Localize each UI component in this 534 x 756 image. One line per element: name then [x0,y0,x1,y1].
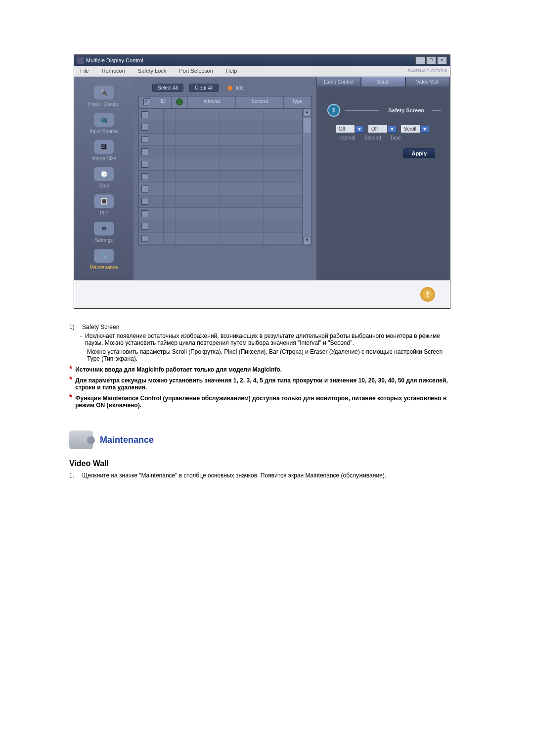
image-size-icon[interactable]: 🖼 [94,140,114,154]
note-3: Функция Maintenance Control (управление … [75,395,455,409]
type-sublabel: Type [390,135,401,141]
maximize-button[interactable]: □ [426,56,436,64]
idle-indicator: Idle [227,85,243,91]
star-icon: * [69,395,72,409]
table-row[interactable] [139,183,303,195]
maintenance-icon[interactable]: 🔧 [94,249,114,263]
brand-label: SAMSUNG DIGITall [407,68,447,73]
dash: - [80,332,82,346]
sidebar-item-pip[interactable]: PIP [100,210,108,216]
safety-screen-label: Safety Screen [388,107,424,113]
col-status[interactable] [172,96,188,108]
titlebar: Multiple Display Control _ □ × [74,55,450,66]
table-row[interactable] [139,146,303,158]
menu-safety-lock[interactable]: Safety Lock [135,67,169,75]
interval-sublabel: Interval [339,135,356,141]
app-window: Multiple Display Control _ □ × File Remo… [74,54,450,309]
chevron-down-icon[interactable]: ▼ [388,126,397,133]
col-check[interactable] [139,96,155,108]
star-icon: * [69,366,72,373]
row-checkbox[interactable] [141,235,148,242]
sidebar-item-settings[interactable]: Settings [95,237,113,243]
col-interval[interactable]: Interval [188,96,236,108]
tab-scroll[interactable]: Scroll [361,77,405,87]
app-icon [77,57,84,64]
menu-file[interactable]: File [77,67,92,75]
section-title-maintenance: Maintenance [100,435,154,445]
list-number: 1. [69,472,78,479]
close-button[interactable]: × [437,56,447,64]
apply-button[interactable]: Apply [403,148,435,158]
table-row[interactable] [139,109,303,121]
idle-dot-icon [227,86,232,91]
note-1: Источник ввода для MagicInfo работает то… [75,366,282,373]
row-checkbox[interactable] [141,223,148,230]
sidebar-item-power[interactable]: Power Control [88,101,119,107]
row-checkbox[interactable] [141,161,148,168]
table-row[interactable] [139,134,303,146]
scroll-down-button[interactable]: ▼ [303,237,311,245]
star-icon: * [69,377,72,391]
row-checkbox[interactable] [141,186,148,192]
time-icon[interactable]: 🕒 [94,167,114,181]
row-checkbox[interactable] [141,111,148,118]
power-control-icon[interactable]: 🔌 [94,86,114,99]
minimize-button[interactable]: _ [415,56,425,64]
row-checkbox[interactable] [141,136,148,143]
second-select[interactable]: Off ▼ [368,125,397,133]
list-text-1: Щелкните на значке "Maintenance" в столб… [82,472,386,479]
maintenance-section-icon [69,430,93,449]
menu-port-selection[interactable]: Port Selection [176,67,216,75]
document-body: 1) Safety Screen - Исключает появление о… [69,324,455,479]
row-checkbox[interactable] [141,173,148,180]
detail-panel: Lamp Control Scroll Video Wall 1 Safety … [316,77,450,280]
sidebar-item-image-size[interactable]: Image Size [91,156,116,161]
table-row[interactable] [139,171,303,183]
warning-icon: ! [420,287,435,302]
subhead-video-wall: Video Wall [69,459,455,468]
statusbar: ! [74,280,450,308]
grid-rows [139,109,303,245]
sidebar-item-input[interactable]: Input Source [90,129,118,134]
pip-icon[interactable]: 🔳 [94,194,114,208]
sidebar-item-time[interactable]: Time [98,183,109,189]
type-select[interactable]: Scroll ▼ [400,125,429,133]
col-second[interactable]: Second [236,96,284,108]
input-source-icon[interactable]: 📺 [94,113,114,127]
tab-lamp-control[interactable]: Lamp Control [316,77,361,87]
display-grid: ID Interval Second Type [138,96,312,245]
settings-icon[interactable]: ⚙ [94,222,114,236]
idle-label: Idle [235,85,243,91]
clear-all-button[interactable]: Clear All [189,84,219,92]
scroll-up-button[interactable]: ▲ [303,109,311,117]
second-sublabel: Second [364,135,381,141]
row-checkbox[interactable] [141,148,148,155]
table-row[interactable] [139,195,303,208]
chevron-down-icon[interactable]: ▼ [420,126,429,133]
window-title: Multiple Display Control [86,57,143,63]
vertical-scrollbar[interactable]: ▲ ▼ [303,109,311,245]
table-row[interactable] [139,233,303,245]
table-row[interactable] [139,208,303,220]
row-checkbox[interactable] [141,198,148,205]
table-row[interactable] [139,158,303,171]
chevron-down-icon[interactable]: ▼ [355,126,364,133]
header-led-icon [176,98,183,105]
menu-remocon[interactable]: Remocon [99,67,128,75]
menubar: File Remocon Safety Lock Port Selection … [74,66,450,76]
menu-help[interactable]: Help [223,67,240,75]
col-type[interactable]: Type [284,96,311,108]
select-all-button[interactable]: Select All [152,84,183,92]
col-id[interactable]: ID [155,96,172,108]
table-row[interactable] [139,220,303,233]
sidebar-item-maintenance[interactable]: Maintenance [89,265,118,270]
table-row[interactable] [139,121,303,134]
row-checkbox[interactable] [141,124,148,131]
interval-select[interactable]: Off ▼ [335,125,364,133]
row-checkbox[interactable] [141,210,148,217]
center-panel: Select All Clear All Idle ID [134,77,316,280]
tab-video-wall[interactable]: Video Wall [405,77,450,87]
scroll-thumb[interactable] [304,118,311,133]
header-checkbox[interactable] [143,98,150,105]
callout-1-icon: 1 [327,104,340,117]
